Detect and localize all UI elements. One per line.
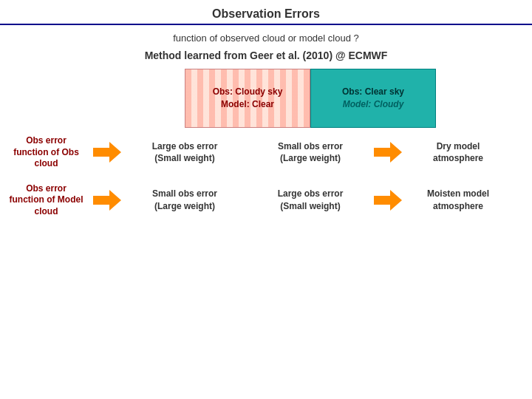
obs-cloudy-box: Obs: Cloudy sky Model: Clear	[185, 69, 310, 128]
obs-clear-text: Obs: Clear sky Model: Cloudy	[342, 86, 404, 111]
obs-cloudy-text: Obs: Cloudy sky Model: Clear	[213, 86, 283, 111]
row1-arrow-right	[373, 141, 403, 163]
row1-right-text: Small obs error(Large weight)	[251, 140, 369, 166]
row2-left-label: Obs error function of Model cloud	[7, 183, 85, 218]
row1-left-label: Obs error function of Obs cloud	[7, 135, 85, 170]
svg-marker-2	[93, 190, 121, 211]
row2-arrow-right	[373, 189, 403, 211]
row1-center-text: Large obs error(Small weight)	[126, 140, 244, 166]
svg-marker-1	[374, 142, 402, 163]
page-container: Observation Errors function of observed …	[0, 0, 532, 399]
title-divider	[0, 24, 532, 25]
row2-arrow-left	[92, 189, 122, 211]
content-area: Obs error function of Obs cloud Large ob…	[0, 135, 532, 231]
flow-row-1: Obs error function of Obs cloud Large ob…	[7, 135, 525, 170]
row1-arrow-left	[92, 141, 122, 163]
cloud-boxes-row: Obs: Cloudy sky Model: Clear Obs: Clear …	[185, 69, 436, 128]
flow-row-2: Obs error function of Model cloud Small …	[7, 183, 525, 218]
row2-center-text: Small obs error(Large weight)	[126, 188, 244, 213]
subtitle: function of observed cloud or model clou…	[173, 33, 359, 44]
method-label: Method learned from Geer et al. (2010) @…	[145, 50, 388, 61]
row2-right-text: Large obs error(Small weight)	[251, 188, 369, 213]
page-title: Observation Errors	[0, 0, 532, 24]
row2-far-right-text: Moisten model atmosphere	[410, 188, 506, 213]
row1-far-right-text: Dry model atmosphere	[410, 140, 506, 166]
obs-clear-box: Obs: Clear sky Model: Cloudy	[310, 69, 436, 128]
svg-marker-3	[374, 190, 402, 211]
svg-marker-0	[93, 142, 121, 163]
